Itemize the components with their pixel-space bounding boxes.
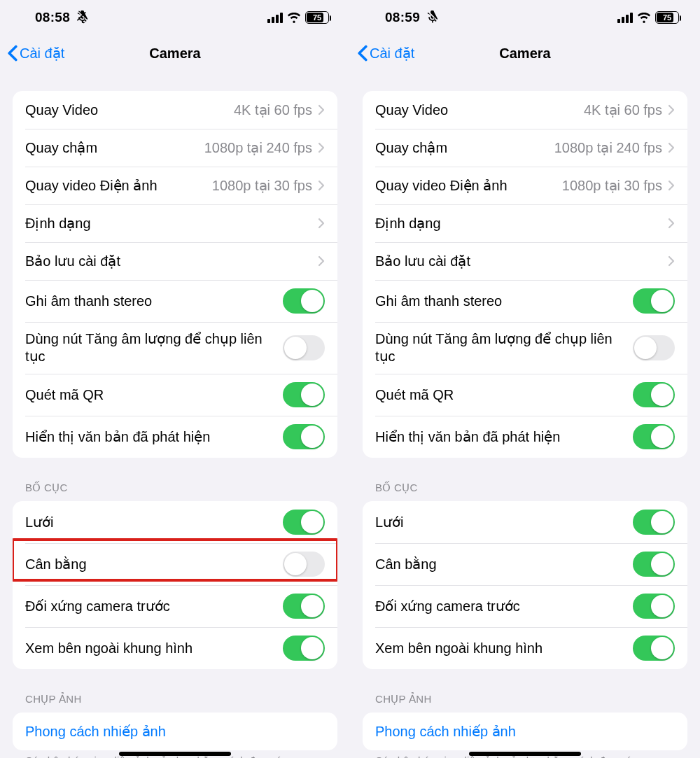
switch-toggle[interactable]	[633, 335, 675, 360]
row-label: Bảo lưu cài đặt	[375, 253, 668, 270]
row-detected-text[interactable]: Hiển thị văn bản đã phát hiện	[363, 416, 687, 458]
back-label: Cài đặt	[20, 45, 64, 62]
row-scan-qr[interactable]: Quét mã QR	[13, 374, 337, 416]
row-formats[interactable]: Định dạng	[13, 204, 337, 242]
nav-bar: Cài đặt Camera	[350, 35, 700, 71]
battery-icon: 75	[305, 11, 329, 24]
mute-icon	[426, 10, 440, 24]
chevron-right-icon	[318, 142, 325, 153]
row-record-video[interactable]: Quay Video 4K tại 60 fps	[363, 91, 687, 129]
row-photographic-styles[interactable]: Phong cách nhiếp ảnh	[363, 713, 687, 750]
wifi-icon	[287, 13, 301, 23]
back-label: Cài đặt	[370, 45, 414, 62]
switch-toggle[interactable]	[283, 510, 325, 535]
row-label: Quét mã QR	[375, 386, 633, 404]
settings-group-capture: Phong cách nhiếp ảnh	[363, 713, 687, 750]
back-button[interactable]: Cài đặt	[7, 35, 64, 71]
row-label: Đối xứng camera trước	[25, 598, 283, 615]
switch-toggle[interactable]	[283, 288, 325, 314]
status-time: 08:58	[35, 10, 70, 25]
home-indicator[interactable]	[469, 752, 581, 756]
row-formats[interactable]: Định dạng	[363, 204, 687, 242]
switch-toggle[interactable]	[633, 424, 675, 449]
row-volume-up-burst[interactable]: Dùng nút Tăng âm lượng để chụp liên tục	[13, 322, 337, 374]
row-grid[interactable]: Lưới	[13, 501, 337, 543]
switch-toggle[interactable]	[283, 382, 325, 407]
row-cinematic[interactable]: Quay video Điện ảnh 1080p tại 30 fps	[363, 167, 687, 204]
status-time: 08:59	[385, 10, 420, 25]
switch-toggle[interactable]	[633, 510, 675, 535]
row-photographic-styles[interactable]: Phong cách nhiếp ảnh	[13, 713, 337, 750]
row-value: 4K tại 60 fps	[234, 101, 312, 118]
row-label: Hiển thị văn bản đã phát hiện	[25, 428, 283, 446]
row-volume-up-burst[interactable]: Dùng nút Tăng âm lượng để chụp liên tục	[363, 322, 687, 374]
row-label: Phong cách nhiếp ảnh	[375, 723, 675, 741]
pane-left: 08:58 75 Cài đặt Camera	[0, 0, 350, 758]
switch-toggle[interactable]	[633, 288, 675, 314]
chevron-right-icon	[318, 180, 325, 191]
pane-right: 08:59 75 Cài đặt Camera	[350, 0, 700, 758]
row-label: Quay Video	[25, 101, 234, 119]
section-header-layout: BỐ CỤC	[375, 482, 687, 494]
row-label: Định dạng	[375, 215, 668, 232]
row-detected-text[interactable]: Hiển thị văn bản đã phát hiện	[13, 416, 337, 458]
chevron-right-icon	[668, 142, 675, 153]
status-bar: 08:58 75	[0, 0, 350, 35]
row-mirror-front-camera[interactable]: Đối xứng camera trước	[363, 585, 687, 627]
switch-toggle[interactable]	[633, 636, 675, 661]
section-header-capture: CHỤP ẢNH	[375, 693, 687, 706]
row-label: Xem bên ngoài khung hình	[25, 640, 283, 657]
row-stereo-sound[interactable]: Ghi âm thanh stereo	[363, 280, 687, 322]
row-scan-qr[interactable]: Quét mã QR	[363, 374, 687, 416]
section-header-capture: CHỤP ẢNH	[25, 693, 337, 706]
row-grid[interactable]: Lưới	[363, 501, 687, 543]
row-label: Định dạng	[25, 215, 318, 232]
row-label: Cân bằng	[375, 556, 633, 573]
row-label: Quay chậm	[25, 139, 204, 157]
switch-toggle[interactable]	[283, 552, 325, 577]
switch-toggle[interactable]	[283, 335, 325, 360]
wifi-icon	[637, 13, 651, 23]
row-record-video[interactable]: Quay Video 4K tại 60 fps	[13, 91, 337, 129]
row-label: Dùng nút Tăng âm lượng để chụp liên tục	[25, 330, 283, 365]
nav-bar: Cài đặt Camera	[0, 35, 350, 71]
row-label: Quét mã QR	[25, 386, 283, 404]
row-slo-mo[interactable]: Quay chậm 1080p tại 240 fps	[13, 129, 337, 167]
settings-group-layout: Lưới Cân bằng Đối xứng camera trước Xem …	[13, 501, 337, 669]
row-level[interactable]: Cân bằng	[13, 543, 337, 585]
row-label: Ghi âm thanh stereo	[25, 293, 283, 310]
chevron-right-icon	[668, 218, 675, 229]
chevron-right-icon	[318, 104, 325, 115]
switch-toggle[interactable]	[633, 594, 675, 619]
chevron-right-icon	[668, 255, 675, 267]
row-slo-mo[interactable]: Quay chậm 1080p tại 240 fps	[363, 129, 687, 167]
row-value: 1080p tại 30 fps	[212, 177, 312, 194]
switch-toggle[interactable]	[283, 636, 325, 661]
row-label: Bảo lưu cài đặt	[25, 253, 318, 270]
switch-toggle[interactable]	[283, 594, 325, 619]
row-view-outside-frame[interactable]: Xem bên ngoài khung hình	[13, 627, 337, 669]
settings-group-layout: Lưới Cân bằng Đối xứng camera trước Xem …	[363, 501, 687, 669]
row-level[interactable]: Cân bằng	[363, 543, 687, 585]
switch-toggle[interactable]	[633, 382, 675, 407]
settings-group-main: Quay Video 4K tại 60 fps Quay chậm 1080p…	[363, 91, 687, 458]
home-indicator[interactable]	[119, 752, 231, 756]
chevron-right-icon	[318, 218, 325, 229]
row-mirror-front-camera[interactable]: Đối xứng camera trước	[13, 585, 337, 627]
row-label: Xem bên ngoài khung hình	[375, 640, 633, 657]
row-label: Hiển thị văn bản đã phát hiện	[375, 428, 633, 446]
row-preserve-settings[interactable]: Bảo lưu cài đặt	[13, 242, 337, 280]
switch-toggle[interactable]	[283, 424, 325, 449]
row-label: Đối xứng camera trước	[375, 598, 633, 615]
row-stereo-sound[interactable]: Ghi âm thanh stereo	[13, 280, 337, 322]
row-value: 1080p tại 240 fps	[204, 139, 312, 156]
switch-toggle[interactable]	[633, 552, 675, 577]
row-preserve-settings[interactable]: Bảo lưu cài đặt	[363, 242, 687, 280]
row-label: Quay Video	[375, 101, 584, 119]
cellular-icon	[617, 13, 633, 23]
back-button[interactable]: Cài đặt	[357, 35, 414, 71]
row-cinematic[interactable]: Quay video Điện ảnh 1080p tại 30 fps	[13, 167, 337, 204]
row-label: Lưới	[25, 514, 283, 531]
chevron-right-icon	[318, 255, 325, 267]
row-view-outside-frame[interactable]: Xem bên ngoài khung hình	[363, 627, 687, 669]
